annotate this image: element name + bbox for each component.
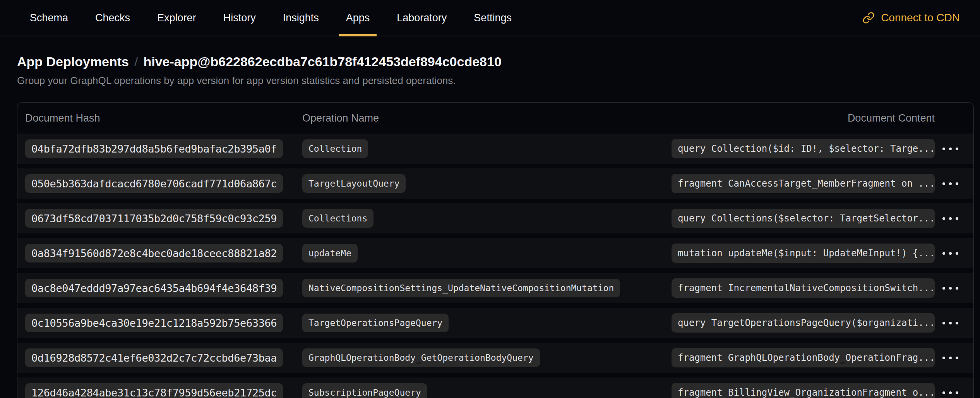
row-actions-menu-button[interactable] bbox=[939, 144, 962, 154]
connect-to-cdn-label: Connect to CDN bbox=[881, 12, 960, 24]
document-hash-badge: 0d16928d8572c41ef6e032d2c7c72ccbd6e73baa bbox=[25, 348, 283, 367]
table-row: 0673df58cd7037117035b2d0c758f59c0c93c259… bbox=[17, 203, 973, 233]
page-content: App Deployments/hive-app@b622862ecdba7c6… bbox=[0, 36, 980, 398]
link-icon bbox=[862, 12, 875, 24]
operation-name-badge: GraphQLOperationBody_GetOperationBodyQue… bbox=[302, 348, 540, 367]
table-row: 050e5b363dafdcacd6780e706cadf771d06a867c… bbox=[17, 168, 973, 199]
ellipsis-horizontal-icon bbox=[942, 391, 945, 394]
nav-tab-history[interactable]: History bbox=[223, 0, 257, 36]
ellipsis-horizontal-icon bbox=[942, 357, 945, 359]
document-content-preview: fragment CanAccessTarget_MemberFragment … bbox=[672, 174, 935, 193]
document-hash-badge: 0c10556a9be4ca30e19e21c1218a592b75e63366 bbox=[25, 314, 283, 332]
connect-to-cdn-button[interactable]: Connect to CDN bbox=[862, 0, 960, 36]
column-header-document-content: Document Content bbox=[672, 112, 935, 124]
nav-tab-insights[interactable]: Insights bbox=[282, 0, 320, 36]
operation-name-badge: NativeCompositionSettings_UpdateNativeCo… bbox=[302, 279, 620, 297]
nav-tab-apps[interactable]: Apps bbox=[345, 0, 371, 36]
table-row: 04bfa72dfb83b297dd8a5b6fed9bafac2b395a0f… bbox=[17, 134, 973, 164]
row-actions-menu-button[interactable] bbox=[939, 213, 962, 224]
row-actions-menu-button[interactable] bbox=[939, 318, 962, 328]
table-row: 0ac8e047eddd97a97eac6435a4b694f4e3648f39… bbox=[17, 273, 973, 303]
operation-name-badge: Collection bbox=[302, 139, 368, 158]
operation-name-badge: TargetLayoutQuery bbox=[302, 174, 406, 193]
document-hash-badge: 04bfa72dfb83b297dd8a5b6fed9bafac2b395a0f bbox=[25, 139, 283, 158]
row-actions-menu-button[interactable] bbox=[939, 178, 962, 189]
top-navigation: Schema Checks Explorer History Insights … bbox=[0, 0, 980, 36]
ellipsis-horizontal-icon bbox=[942, 182, 945, 185]
ellipsis-horizontal-icon bbox=[942, 217, 945, 220]
column-header-document-hash: Document Hash bbox=[25, 112, 302, 124]
ellipsis-horizontal-icon bbox=[942, 322, 945, 324]
nav-tabs: Schema Checks Explorer History Insights … bbox=[29, 0, 512, 36]
operation-name-badge: updateMe bbox=[302, 244, 358, 262]
document-content-preview: fragment BillingView_OrganizationFragmen… bbox=[672, 383, 935, 398]
document-content-preview: query Collection($id: ID!, $selector: Ta… bbox=[672, 139, 935, 158]
document-hash-badge: 0ac8e047eddd97a97eac6435a4b694f4e3648f39 bbox=[25, 279, 283, 297]
table-body: 04bfa72dfb83b297dd8a5b6fed9bafac2b395a0f… bbox=[17, 134, 973, 398]
row-actions-menu-button[interactable] bbox=[939, 283, 962, 293]
breadcrumb-app-version: hive-app@b622862ecdba7c61b78f412453def89… bbox=[144, 54, 502, 69]
table-row: 0a834f91560d872e8c4bec0ade18ceec88821a82… bbox=[17, 238, 973, 268]
page-subtitle: Group your GraphQL operations by app ver… bbox=[17, 74, 974, 87]
document-hash-badge: 126d46a4284abe31c13c78f7959d56eeb21725dc bbox=[25, 383, 283, 398]
operation-name-badge: Collections bbox=[302, 209, 373, 228]
table-row: 0c10556a9be4ca30e19e21c1218a592b75e63366… bbox=[17, 308, 973, 338]
nav-tab-laboratory[interactable]: Laboratory bbox=[396, 0, 447, 36]
document-hash-badge: 050e5b363dafdcacd6780e706cadf771d06a867c bbox=[25, 174, 283, 193]
nav-tab-explorer[interactable]: Explorer bbox=[156, 0, 197, 36]
breadcrumb: App Deployments/hive-app@b622862ecdba7c6… bbox=[17, 53, 974, 70]
column-header-operation-name: Operation Name bbox=[302, 112, 672, 124]
breadcrumb-separator: / bbox=[134, 54, 138, 69]
ellipsis-horizontal-icon bbox=[942, 252, 945, 255]
document-content-preview: fragment IncrementalNativeCompositionSwi… bbox=[672, 278, 935, 298]
nav-tab-schema[interactable]: Schema bbox=[29, 0, 69, 36]
operation-name-badge: TargetOperationsPageQuery bbox=[302, 314, 449, 332]
document-content-preview: mutation updateMe($input: UpdateMeInput!… bbox=[672, 244, 935, 263]
row-actions-menu-button[interactable] bbox=[939, 388, 962, 398]
document-content-preview: query Collections($selector: TargetSelec… bbox=[672, 209, 935, 228]
operation-name-badge: SubscriptionPageQuery bbox=[302, 383, 427, 398]
table-row: 126d46a4284abe31c13c78f7959d56eeb21725dc… bbox=[17, 377, 973, 398]
table-row: 0d16928d8572c41ef6e032d2c7c72ccbd6e73baa… bbox=[17, 343, 973, 373]
nav-tab-checks[interactable]: Checks bbox=[94, 0, 131, 36]
nav-tab-settings[interactable]: Settings bbox=[473, 0, 512, 36]
row-actions-menu-button[interactable] bbox=[939, 248, 962, 259]
document-content-preview: query TargetOperationsPageQuery($organiz… bbox=[672, 313, 935, 333]
row-actions-menu-button[interactable] bbox=[939, 353, 962, 363]
table-header-row: Document Hash Operation Name Document Co… bbox=[17, 103, 973, 134]
ellipsis-horizontal-icon bbox=[942, 287, 945, 290]
ellipsis-horizontal-icon bbox=[942, 148, 945, 150]
breadcrumb-section[interactable]: App Deployments bbox=[17, 54, 129, 69]
document-hash-badge: 0673df58cd7037117035b2d0c758f59c0c93c259 bbox=[25, 209, 283, 228]
app-deployment-documents-table: Document Hash Operation Name Document Co… bbox=[17, 102, 974, 398]
document-content-preview: fragment GraphQLOperationBody_OperationF… bbox=[672, 348, 935, 367]
document-hash-badge: 0a834f91560d872e8c4bec0ade18ceec88821a82 bbox=[25, 244, 283, 262]
